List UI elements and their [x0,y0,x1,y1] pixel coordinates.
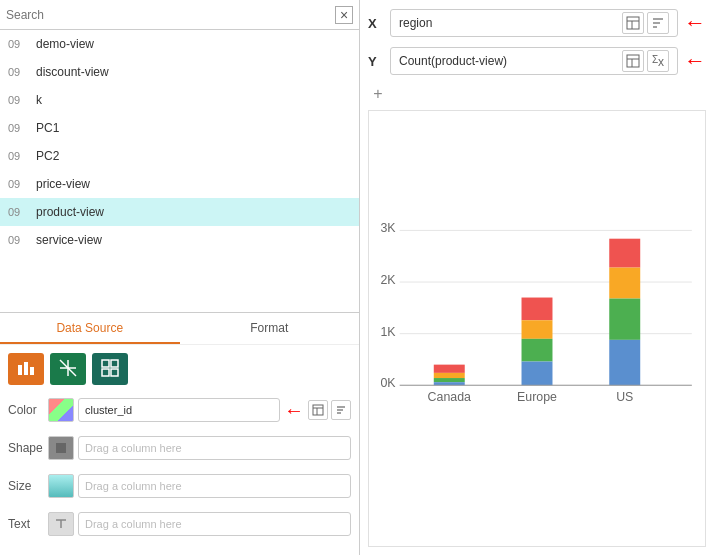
scatter-icon [59,359,77,380]
item-badge: 09 [8,178,28,190]
item-badge: 09 [8,94,28,106]
list-item[interactable]: 09 discount-view [0,58,359,86]
bar-chart-button[interactable] [8,353,44,385]
y-aggregation-button[interactable]: Σx [647,50,669,72]
color-pill-text: cluster_id [85,404,132,416]
add-axis-button[interactable]: + [368,84,388,104]
shape-field-row: Shape Drag a column here [8,433,351,463]
x-axis-label: X [368,16,384,31]
svg-rect-6 [102,360,109,367]
x-axis-value: region [399,16,622,30]
color-edit-button[interactable] [308,400,328,420]
item-label: product-view [36,205,104,219]
item-label: PC2 [36,149,59,163]
x-label-europe: Europe [517,390,557,404]
europe-bar-green [522,339,553,362]
svg-rect-10 [313,405,323,415]
shape-pill-placeholder: Drag a column here [85,442,182,454]
y-axis-value: Count(product-view) [399,54,622,68]
list-item[interactable]: 09 price-view [0,170,359,198]
svg-rect-16 [56,443,66,453]
tab-format[interactable]: Format [180,313,360,344]
chart-svg: 3K 2K 1K 0K [377,119,697,538]
color-icon [48,398,74,422]
y-label-1k: 1K [380,325,396,339]
y-label-0k: 0K [380,376,396,390]
size-pill-placeholder: Drag a column here [85,480,182,492]
svg-rect-17 [627,17,639,29]
text-label: Text [8,517,48,531]
bottom-tabs: Data Source Format [0,312,359,344]
list-area: 09 demo-view 09 discount-view 09 k 09 PC… [0,30,359,312]
color-arrow-icon: ← [284,399,304,422]
size-field-row: Size Drag a column here [8,471,351,501]
list-item-selected[interactable]: 09 product-view [0,198,359,226]
chart-area: 3K 2K 1K 0K [368,110,706,547]
y-axis-row: Y Count(product-view) Σx ← [368,46,706,76]
y-label-2k: 2K [380,273,396,287]
canada-bar-red [434,365,465,373]
svg-rect-7 [111,360,118,367]
y-edit-button[interactable] [622,50,644,72]
text-field-row: Text Drag a column here [8,509,351,539]
text-pill-placeholder: Drag a column here [85,518,182,530]
tab-data-source[interactable]: Data Source [0,313,180,344]
color-sort-button[interactable] [331,400,351,420]
list-item[interactable]: 09 service-view [0,226,359,254]
right-panel: X region ← Y Count(product-view) [360,0,714,555]
y-axis-controls: Σx [622,50,669,72]
y-label-3k: 3K [380,222,396,236]
europe-bar-orange [522,320,553,339]
x-label-us: US [616,390,633,404]
us-bar-blue [609,340,640,385]
x-label-canada: Canada [428,390,471,404]
text-icon [48,512,74,536]
shape-icon [48,436,74,460]
item-badge: 09 [8,122,28,134]
scatter-button[interactable] [50,353,86,385]
size-pill[interactable]: Drag a column here [78,474,351,498]
color-field-row: Color cluster_id ← [8,395,351,425]
y-axis-arrow-icon: ← [684,48,706,74]
item-label: PC1 [36,121,59,135]
item-badge: 09 [8,150,28,162]
item-label: k [36,93,42,107]
svg-rect-0 [18,365,22,375]
item-badge: 09 [8,206,28,218]
europe-bar-blue [522,362,553,386]
item-badge: 09 [8,234,28,246]
item-label: demo-view [36,37,94,51]
us-bar-orange [609,268,640,299]
table-button[interactable] [92,353,128,385]
list-item[interactable]: 09 PC1 [0,114,359,142]
y-axis-pill[interactable]: Count(product-view) Σx [390,47,678,75]
x-axis-controls [622,12,669,34]
svg-rect-8 [102,369,109,376]
table-icon [101,359,119,380]
item-badge: 09 [8,66,28,78]
item-label: service-view [36,233,102,247]
color-pill[interactable]: cluster_id [78,398,280,422]
x-axis-pill[interactable]: region [390,9,678,37]
search-input[interactable] [6,8,335,22]
item-label: discount-view [36,65,109,79]
svg-rect-23 [627,55,639,67]
text-pill[interactable]: Drag a column here [78,512,351,536]
svg-rect-2 [30,367,34,375]
color-pill-controls [308,400,351,420]
list-item[interactable]: 09 demo-view [0,30,359,58]
shape-pill[interactable]: Drag a column here [78,436,351,460]
list-item[interactable]: 09 PC2 [0,142,359,170]
size-label: Size [8,479,48,493]
list-item[interactable]: 09 k [0,86,359,114]
close-button[interactable]: × [335,6,353,24]
color-label: Color [8,403,48,417]
left-panel: × 09 demo-view 09 discount-view 09 k 09 … [0,0,360,555]
x-sort-button[interactable] [647,12,669,34]
svg-rect-1 [24,362,28,375]
x-axis-row: X region ← [368,8,706,38]
x-edit-button[interactable] [622,12,644,34]
item-label: price-view [36,177,90,191]
svg-rect-9 [111,369,118,376]
y-axis-label: Y [368,54,384,69]
